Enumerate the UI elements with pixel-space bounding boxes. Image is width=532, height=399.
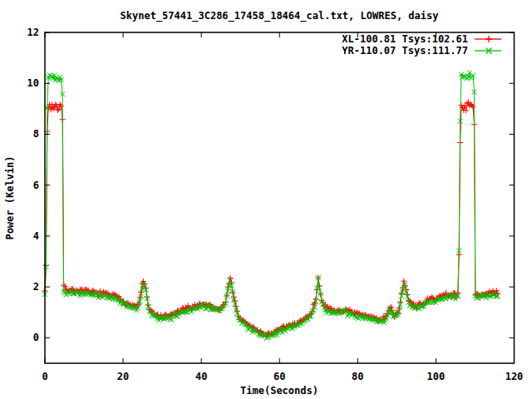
x-axis-label: Time(Seconds) <box>240 385 318 397</box>
x-tick-label: 80 <box>352 371 363 382</box>
x-tick-label: 0 <box>42 371 47 382</box>
y-tick-label: 8 <box>33 128 39 140</box>
x-tick-label: 20 <box>117 371 129 382</box>
x-tick-label: 100 <box>427 371 446 382</box>
y-axis-label: Power (Kelvin) <box>4 155 16 239</box>
x-tick-label: 40 <box>195 371 207 382</box>
y-tick-label: 6 <box>33 180 39 191</box>
plot-canvas: 020406080100120024681012 Skynet_57441_3C… <box>0 0 532 399</box>
x-tick-label: 120 <box>505 371 524 382</box>
chart-root: 020406080100120024681012 Skynet_57441_3C… <box>0 0 532 399</box>
chart-title: Skynet_57441_3C286_17458_18464_cal.txt, … <box>121 10 439 22</box>
y-tick-label: 10 <box>27 77 39 89</box>
legend-label-xl: XL-100.81 Tsys:102.61 <box>342 33 468 45</box>
y-tick-label: 0 <box>33 332 39 343</box>
y-tick-label: 2 <box>33 281 39 293</box>
y-tick-label: 12 <box>27 27 39 38</box>
y-tick-label: 4 <box>33 230 39 242</box>
x-tick-label: 60 <box>273 371 285 382</box>
legend-label-yr: YR-110.07 Tsys:111.77 <box>342 45 468 57</box>
